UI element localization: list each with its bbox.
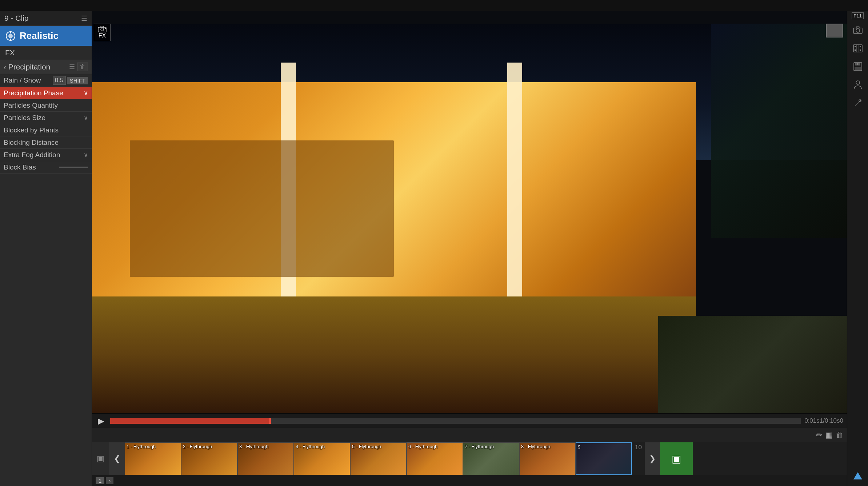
clip-3-label: 3 - Flythrough <box>239 444 268 449</box>
film-icon-button[interactable] <box>849 40 867 57</box>
realistic-banner: Realistic <box>0 26 92 46</box>
film-icon <box>853 44 863 52</box>
blocked-by-plants-row: Blocked by Plants <box>0 124 92 136</box>
rain-snow-label: Rain / Snow <box>4 76 53 84</box>
rain-snow-value[interactable] <box>53 76 66 85</box>
person-icon <box>853 80 862 89</box>
svg-point-7 <box>101 28 104 31</box>
particles-quantity-row: Particles Quantity <box>0 99 92 112</box>
back-arrow-icon[interactable]: ‹ <box>4 63 6 71</box>
blocked-by-plants-label: Blocked by Plants <box>4 126 88 134</box>
clip-7-label: 7 - Flythrough <box>465 444 494 449</box>
fx-overlay-button[interactable]: FX <box>94 24 111 41</box>
save-icon-button[interactable] <box>849 58 867 75</box>
precipitation-panel: ‹ Precipitation ☰ 🗑 Rain / Snow SHIFT Pr… <box>0 60 92 486</box>
progress-handle <box>269 418 271 424</box>
block-bias-slider[interactable] <box>59 167 88 168</box>
film-strip-icon[interactable]: ▣ <box>92 442 109 475</box>
svg-rect-9 <box>105 28 106 29</box>
block-bias-label: Block Bias <box>4 163 56 171</box>
svg-rect-14 <box>855 46 856 47</box>
arrow-up-icon <box>853 471 863 481</box>
particles-size-dropdown-icon: ∨ <box>84 114 88 122</box>
svg-marker-26 <box>853 472 862 479</box>
clip-2-label: 2 - Flythrough <box>183 444 212 449</box>
svg-point-24 <box>856 81 860 84</box>
extra-fog-dropdown-icon: ∨ <box>84 151 88 159</box>
svg-rect-8 <box>101 26 104 28</box>
blocking-distance-row: Blocking Distance <box>0 136 92 149</box>
clip-thumb-5[interactable]: 5 - Flythrough <box>350 442 407 475</box>
play-button[interactable]: ▶ <box>96 416 107 426</box>
realistic-label: Realistic <box>20 30 59 41</box>
precipitation-phase-row[interactable]: Precipitation Phase ∨ <box>0 87 92 99</box>
right-sidebar: F11 <box>847 11 868 486</box>
viewport: FX <box>92 11 847 413</box>
arrow-up-icon-button[interactable] <box>849 467 867 485</box>
progress-fill <box>110 418 269 424</box>
clip-thumb-8[interactable]: 8 - Flythrough <box>519 442 576 475</box>
shift-button[interactable]: SHIFT <box>67 77 88 84</box>
clip-8-label: 8 - Flythrough <box>521 444 550 449</box>
clip-delete-button[interactable]: 🗑 <box>836 431 843 439</box>
clip-menu-icon[interactable]: ☰ <box>81 14 87 23</box>
clip-5-label: 5 - Flythrough <box>352 444 381 449</box>
clip-list-button[interactable]: ▦ <box>825 431 833 439</box>
clips-prev-button[interactable]: ❮ <box>109 442 125 475</box>
clip-1-label: 1 - Flythrough <box>127 444 156 449</box>
precipitation-phase-label: Precipitation Phase <box>4 89 84 97</box>
precipitation-title: Precipitation <box>8 63 51 71</box>
page-1-button[interactable]: 1 <box>96 477 104 484</box>
person-icon-button[interactable] <box>849 76 867 93</box>
preview-toggle-button[interactable] <box>826 24 843 37</box>
block-bias-row: Block Bias <box>0 161 92 174</box>
svg-point-1 <box>8 34 13 38</box>
particles-size-label: Particles Size <box>4 114 84 122</box>
realistic-icon <box>5 31 16 41</box>
clip-10-number: 10 <box>632 444 645 451</box>
clip-thumb-2[interactable]: 2 - Flythrough <box>181 442 237 475</box>
clip-6-label: 6 - Flythrough <box>408 444 437 449</box>
clip-header: 9 - Clip ☰ <box>0 11 92 26</box>
clip-thumb-7[interactable]: 7 - Flythrough <box>463 442 519 475</box>
clip-thumb-3[interactable]: 3 - Flythrough <box>237 442 294 475</box>
page-next-button[interactable]: › <box>106 477 113 484</box>
camera-icon-button[interactable] <box>849 21 867 39</box>
clips-next-button[interactable]: ❯ <box>645 442 660 475</box>
svg-rect-22 <box>855 67 861 70</box>
precipitation-menu-button[interactable]: ☰ <box>69 63 75 71</box>
bottom-section: ▶ 0:01s1/0:10s0 ✏ ▦ 🗑 ▣ ❮ <box>92 413 847 486</box>
rain-snow-row: Rain / Snow SHIFT <box>0 74 92 87</box>
svg-rect-23 <box>857 63 857 65</box>
particles-size-row: Particles Size ∨ <box>0 112 92 124</box>
clip-thumb-9[interactable]: 9 <box>576 442 632 475</box>
particles-quantity-label: Particles Quantity <box>4 101 88 109</box>
add-clip-button[interactable]: ▣ <box>660 442 693 475</box>
fx-tab[interactable]: FX <box>0 46 92 60</box>
clip-thumb-6[interactable]: 6 - Flythrough <box>407 442 463 475</box>
progress-bar[interactable] <box>110 418 801 424</box>
scene-view <box>92 24 847 413</box>
time-display: 0:01s1/0:10s0 <box>804 417 843 425</box>
precipitation-phase-dropdown-icon: ∨ <box>84 89 88 97</box>
extra-fog-addition-label: Extra Fog Addition <box>4 151 84 159</box>
extra-fog-addition-row: Extra Fog Addition ∨ <box>0 149 92 161</box>
svg-rect-16 <box>855 49 856 51</box>
svg-rect-15 <box>860 46 861 47</box>
clip-thumb-4[interactable]: 4 - Flythrough <box>294 442 350 475</box>
clip-thumb-1[interactable]: 1 - Flythrough <box>125 442 181 475</box>
precipitation-delete-button[interactable]: 🗑 <box>77 63 88 71</box>
clips-row: ▣ ❮ 1 - Flythrough 2 - Flythrough 3 - Fl… <box>92 442 847 475</box>
blocking-distance-label: Blocking Distance <box>4 139 88 147</box>
camera-icon <box>853 26 863 34</box>
clip-9-label: 9 <box>578 444 580 450</box>
clip-4-label: 4 - Flythrough <box>296 444 325 449</box>
svg-rect-21 <box>855 63 860 65</box>
f11-badge: F11 <box>852 12 863 19</box>
precipitation-header: ‹ Precipitation ☰ 🗑 <box>0 60 92 74</box>
tools-icon <box>853 99 862 107</box>
clip-edit-button[interactable]: ✏ <box>816 431 823 439</box>
clip-toolbar: ✏ ▦ 🗑 <box>92 428 847 442</box>
tools-icon-button[interactable] <box>849 94 867 112</box>
clip-title: 9 - Clip <box>4 14 29 23</box>
